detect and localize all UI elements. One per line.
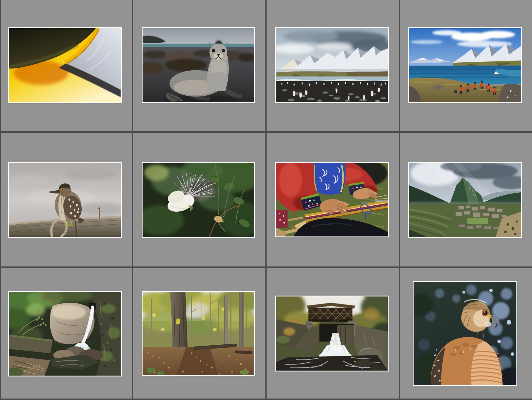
photo-thumbnail-gorge-waterfall[interactable] <box>8 291 122 376</box>
photo-thumbnail-hawk[interactable] <box>413 281 517 386</box>
grid-line-horizontal <box>0 266 532 268</box>
andean-weaver-hands-image <box>276 163 388 236</box>
grid-line-vertical <box>265 0 267 400</box>
photo-thumbnail-bay-hikers[interactable] <box>408 27 522 103</box>
mossy-gorge-waterfall-image <box>9 292 121 376</box>
photo-grid-view <box>0 0 532 400</box>
king-penguin-plumage-abstract-image <box>9 28 121 102</box>
photo-thumbnail-weaver-hands[interactable] <box>275 162 389 237</box>
photo-thumbnail-autumn-forest[interactable] <box>142 291 255 376</box>
bay-overlook-hikers-image <box>409 28 521 102</box>
photo-thumbnail-penguin-colony[interactable] <box>275 27 389 103</box>
covered-bridge-waterfall-image <box>276 296 388 371</box>
machu-picchu-image <box>409 163 521 237</box>
fur-seal-pup-image <box>143 28 254 102</box>
grid-line-vertical <box>0 0 1 400</box>
photo-thumbnail-caper-flower[interactable] <box>142 162 255 238</box>
photo-thumbnail-covered-bridge[interactable] <box>275 296 389 371</box>
king-penguin-colony-image <box>276 28 388 102</box>
grid-line-horizontal <box>0 131 532 133</box>
photo-thumbnail-penguin-plumage[interactable] <box>8 27 122 103</box>
photo-thumbnail-machu-picchu[interactable] <box>408 162 522 238</box>
grid-line-vertical <box>132 0 133 400</box>
grid-line-horizontal <box>0 399 532 400</box>
photo-thumbnail-night-heron[interactable] <box>8 162 122 238</box>
juvenile-night-heron-image <box>9 163 121 237</box>
caper-flower-image <box>143 163 254 237</box>
photo-thumbnail-seal-pup[interactable] <box>142 27 255 103</box>
grid-line-vertical <box>399 0 400 400</box>
red-shouldered-hawk-image <box>414 282 516 385</box>
autumn-forest-trail-image <box>143 292 254 375</box>
